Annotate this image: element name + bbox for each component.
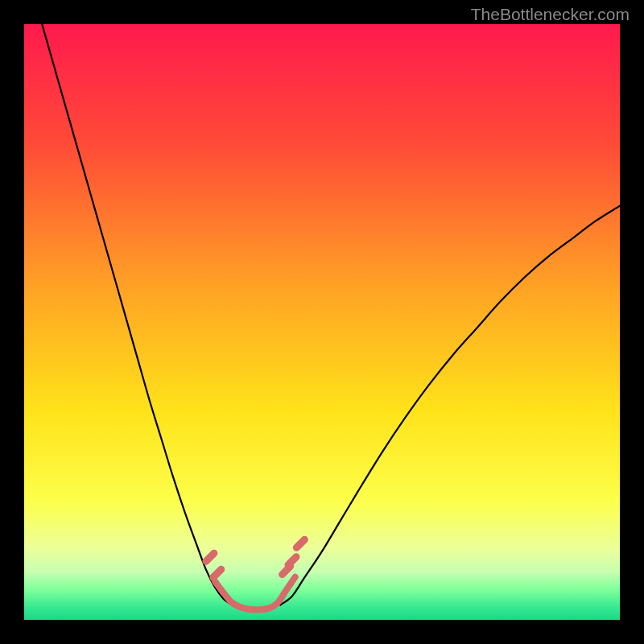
chart-svg [24, 24, 620, 620]
gradient-background [24, 24, 620, 620]
plot-area [24, 24, 620, 620]
watermark-text: TheBottlenecker.com [471, 5, 630, 24]
